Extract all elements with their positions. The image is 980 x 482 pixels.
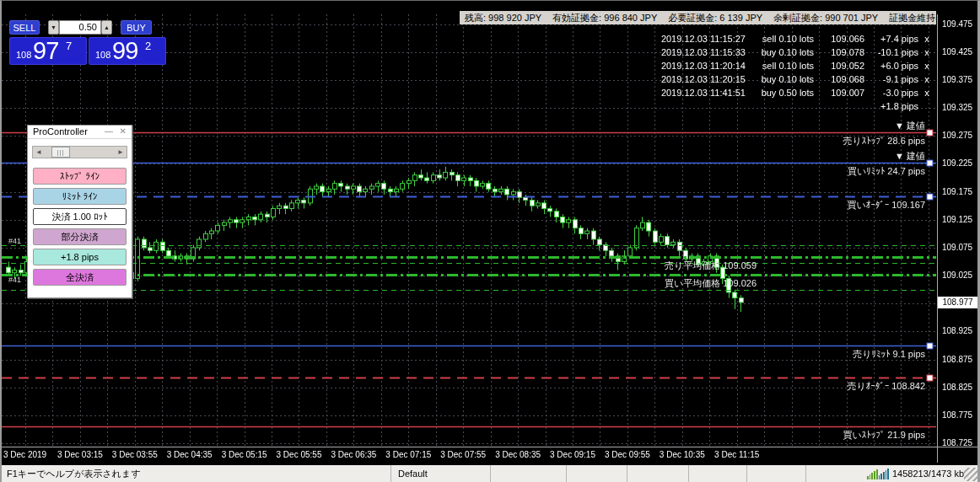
trade-time: 2019.12.03 11:41:51 xyxy=(661,86,746,99)
sell-price-box[interactable]: 108 97 7 xyxy=(9,37,87,65)
trade-side: sell 0.10 lots xyxy=(762,59,814,72)
buy-price-prefix: 108 xyxy=(95,50,110,60)
connection-traffic: 1458213/1473 kb xyxy=(892,465,964,482)
time-label: 3 Dec 11:15 xyxy=(703,450,771,459)
price-tick: 108.825 xyxy=(942,383,972,392)
limit-line-button[interactable]: ﾘﾐｯﾄ ﾗｲﾝ xyxy=(33,188,127,205)
trade-row: 2019.12.03 11:41:51buy 0.50 lots109.007-… xyxy=(626,86,932,99)
status-profile[interactable]: Default xyxy=(391,465,491,482)
connection-signal-icon xyxy=(867,469,889,479)
price-tick: 109.225 xyxy=(942,158,972,168)
price-tick: 108.875 xyxy=(942,355,972,364)
close-icon[interactable]: ✕ xyxy=(120,126,127,136)
scroll-right-icon[interactable]: ► xyxy=(116,147,126,157)
buy-button-wrap: BUY xyxy=(121,20,152,35)
trade-row: 2019.12.03 11:20:15buy 0.10 lots109.068-… xyxy=(626,72,932,86)
trade-price: 109.052 xyxy=(831,59,864,72)
trade-price: 109.078 xyxy=(831,46,864,59)
stop-line-button[interactable]: ｽﾄｯﾌﾟ ﾗｲﾝ xyxy=(33,168,127,185)
procontroller-scrollbar[interactable]: ◄ ||| ► xyxy=(32,146,127,158)
price-tick: 108.775 xyxy=(942,410,972,420)
trade-time: 2019.12.03 11:15:33 xyxy=(661,46,746,59)
volume-decrease-button[interactable]: ▼ xyxy=(48,20,59,35)
order-id-label: #41 xyxy=(8,276,21,284)
trade-time: 2019.12.03 11:15:27 xyxy=(661,32,746,46)
trade-price: 109.066 xyxy=(831,32,864,46)
buy-price-pip: 2 xyxy=(145,40,151,52)
price-tick: 109.325 xyxy=(942,103,972,112)
trade-pips: +1.8 pips xyxy=(880,99,918,113)
trade-close-button[interactable]: x xyxy=(922,86,932,99)
trade-pips: -9.1 pips xyxy=(883,72,918,86)
trade-pips: +6.0 pips xyxy=(880,59,918,72)
status-pane-3 xyxy=(627,465,689,482)
buy-price-box[interactable]: 108 99 2 xyxy=(89,37,166,65)
minimize-icon[interactable]: — xyxy=(105,126,113,136)
trade-row: +1.8 pips xyxy=(626,99,932,113)
sell-button[interactable]: SELL xyxy=(9,20,40,35)
sell-price-pip: 7 xyxy=(66,40,72,52)
scrollbar-thumb[interactable]: ||| xyxy=(51,147,70,158)
price-line-label-sell_limit: 売りﾘﾐｯﾄ 9.1 pips xyxy=(853,348,925,361)
price-line-label-sell_avg: 売り平均価格 109.059 xyxy=(665,260,757,272)
buy-button[interactable]: BUY xyxy=(121,20,152,35)
price-line-label-sell_stop: 売りｽﾄｯﾌﾟ 28.6 pips xyxy=(843,135,925,147)
price-line-label-sell_order: 売りｵｰﾀﾞｰ 108.842 xyxy=(847,380,925,393)
procontroller-panel: ProController — ✕ ◄ ||| ► ｽﾄｯﾌﾟ ﾗｲﾝ ﾘﾐｯﾄ… xyxy=(27,125,132,298)
trade-time: 2019.12.03 11:20:14 xyxy=(661,59,746,72)
status-bar: F1キーでヘルプが表示されます Default 1458213/1473 kb xyxy=(2,465,977,482)
time-axis[interactable]: 3 Dec 20193 Dec 03:153 Dec 03:553 Dec 04… xyxy=(2,447,938,463)
status-pane-2 xyxy=(567,465,627,482)
current-price-badge: 108.977 xyxy=(938,297,977,308)
status-pane-5 xyxy=(747,465,806,482)
scroll-left-icon[interactable]: ◄ xyxy=(34,147,44,157)
trade-close-button[interactable]: x xyxy=(922,59,932,72)
trade-pips: -10.1 pips xyxy=(878,46,918,59)
price-tick: 109.425 xyxy=(942,47,972,56)
trade-side: buy 0.50 lots xyxy=(762,86,814,99)
price-tick: 109.025 xyxy=(942,270,972,280)
trade-side: sell 0.10 lots xyxy=(762,32,814,46)
trade-row: 2019.12.03 11:15:33buy 0.10 lots109.078-… xyxy=(626,46,932,59)
trade-side: buy 0.10 lots xyxy=(762,72,814,86)
resize-grip[interactable] xyxy=(964,468,977,481)
price-line-label-buy_stop: 買いｽﾄｯﾌﾟ 21.9 pips xyxy=(843,429,925,442)
procontroller-titlebar[interactable]: ProController — ✕ xyxy=(28,126,132,139)
trade-price: 109.068 xyxy=(831,72,864,86)
status-help-text: F1キーでヘルプが表示されます xyxy=(2,465,391,482)
sell-price-big: 97 xyxy=(33,37,58,65)
account-stat: 有効証拠金: 996 840 JPY xyxy=(552,11,657,24)
price-tick: 109.375 xyxy=(942,75,972,84)
price-tick: 109.175 xyxy=(942,187,972,196)
price-axis[interactable]: 108.977 109.475109.425109.375109.325109.… xyxy=(938,14,977,463)
plus-pips-button[interactable]: +1.8 pips xyxy=(33,249,127,265)
account-stat: 必要証拠金: 6 139 JPY xyxy=(668,11,762,24)
sell-price-prefix: 108 xyxy=(16,50,31,60)
order-id-label: #41 xyxy=(8,237,21,245)
price-tick: 108.925 xyxy=(942,326,972,335)
price-tick: 109.075 xyxy=(942,243,972,252)
close-all-button[interactable]: 全決済 xyxy=(33,269,127,286)
price-line-label-buy_limit: 買いﾘﾐｯﾄ 24.7 pips xyxy=(848,165,925,178)
trade-close-button[interactable]: x xyxy=(922,46,932,59)
close-lot-field[interactable]: 決済 1.00 ﾛｯﾄ xyxy=(33,208,127,225)
partial-close-button[interactable]: 部分決済 xyxy=(33,228,127,245)
account-info-bar: 残高: 998 920 JPY有効証拠金: 996 840 JPY必要証拠金: … xyxy=(460,11,936,24)
status-connection-pane: 1458213/1473 kb xyxy=(806,465,977,482)
trade-row: 2019.12.03 11:15:27sell 0.10 lots109.066… xyxy=(626,32,932,46)
price-tick: 108.725 xyxy=(942,438,972,447)
trade-time: 2019.12.03 11:20:15 xyxy=(661,72,746,86)
volume-increase-button[interactable]: ▲ xyxy=(101,20,112,35)
trade-side: buy 0.10 lots xyxy=(762,46,814,59)
price-line-label-buy_order: 買いｵｰﾀﾞｰ 109.167 xyxy=(847,199,925,212)
account-stat: 余剰証拠金: 990 701 JPY xyxy=(773,11,878,24)
procontroller-title: ProController xyxy=(33,126,88,137)
volume-input[interactable]: 0.50 xyxy=(59,20,101,35)
trade-close-button[interactable]: x xyxy=(922,72,932,86)
buy-price-big: 99 xyxy=(112,37,137,65)
price-line-label-buy_avg: 買い平均価格 109.026 xyxy=(665,277,757,290)
status-pane-1 xyxy=(491,465,567,482)
trade-close-button[interactable]: x xyxy=(922,32,932,46)
trade-pips: -3.0 pips xyxy=(883,86,918,99)
trade-row: 2019.12.03 11:20:14sell 0.10 lots109.052… xyxy=(626,59,932,72)
